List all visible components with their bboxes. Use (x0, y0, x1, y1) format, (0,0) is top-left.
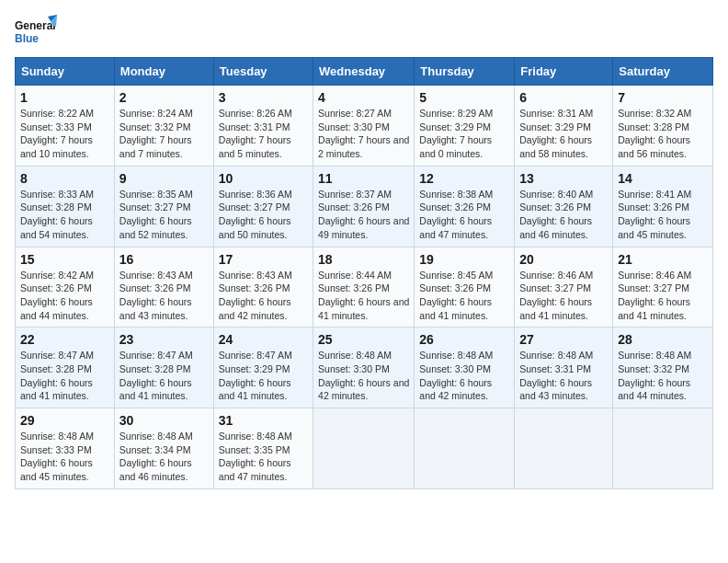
sunrise-label: Sunrise: 8:27 AM (318, 108, 392, 119)
day-number: 27 (519, 332, 608, 347)
calendar-cell: 31 Sunrise: 8:48 AM Sunset: 3:35 PM Dayl… (213, 408, 313, 489)
sunset-label: Sunset: 3:27 PM (219, 201, 290, 213)
sunset-label: Sunset: 3:32 PM (119, 121, 191, 132)
sunset-label: Sunset: 3:26 PM (618, 201, 689, 213)
sunrise-label: Sunrise: 8:48 AM (419, 350, 493, 361)
sunset-label: Sunset: 3:28 PM (119, 363, 191, 374)
sunset-label: Sunset: 3:26 PM (119, 282, 191, 293)
calendar-cell: 5 Sunrise: 8:29 AM Sunset: 3:29 PM Dayli… (415, 86, 515, 167)
sunrise-label: Sunrise: 8:48 AM (519, 350, 593, 361)
daylight-label: Daylight: 6 hours and 46 minutes. (119, 457, 192, 482)
daylight-label: Daylight: 6 hours and 54 minutes. (20, 215, 93, 240)
sunrise-label: Sunrise: 8:43 AM (219, 270, 292, 281)
daylight-label: Daylight: 6 hours and 47 minutes. (219, 457, 291, 482)
sunrise-label: Sunrise: 8:48 AM (119, 431, 193, 442)
day-info: Sunrise: 8:47 AM Sunset: 3:28 PM Dayligh… (20, 349, 109, 403)
calendar-cell: 24 Sunrise: 8:47 AM Sunset: 3:29 PM Dayl… (213, 327, 313, 408)
calendar-cell: 18 Sunrise: 8:44 AM Sunset: 3:26 PM Dayl… (313, 247, 415, 327)
sunrise-label: Sunrise: 8:48 AM (20, 431, 94, 442)
sunrise-label: Sunrise: 8:41 AM (618, 189, 691, 200)
calendar-cell: 29 Sunrise: 8:48 AM Sunset: 3:33 PM Dayl… (16, 408, 115, 489)
day-number: 9 (119, 171, 209, 186)
sunrise-label: Sunrise: 8:35 AM (119, 189, 193, 200)
sunset-label: Sunset: 3:30 PM (419, 363, 491, 374)
daylight-label: Daylight: 6 hours and 45 minutes. (20, 457, 93, 482)
sunrise-label: Sunrise: 8:42 AM (20, 270, 94, 281)
sunrise-label: Sunrise: 8:37 AM (318, 189, 392, 200)
svg-text:General: General (15, 19, 56, 32)
sunset-label: Sunset: 3:28 PM (618, 121, 689, 132)
day-number: 30 (119, 413, 209, 428)
sunrise-label: Sunrise: 8:24 AM (119, 108, 193, 119)
weekday-header-row: SundayMondayTuesdayWednesdayThursdayFrid… (16, 58, 713, 86)
day-number: 20 (519, 252, 608, 267)
calendar-week-row: 22 Sunrise: 8:47 AM Sunset: 3:28 PM Dayl… (16, 327, 713, 408)
calendar-cell: 1 Sunrise: 8:22 AM Sunset: 3:33 PM Dayli… (16, 86, 115, 167)
daylight-label: Daylight: 6 hours and 41 minutes. (419, 296, 492, 321)
daylight-label: Daylight: 6 hours and 50 minutes. (219, 215, 291, 240)
calendar-cell: 25 Sunrise: 8:48 AM Sunset: 3:30 PM Dayl… (313, 327, 415, 408)
day-number: 3 (219, 90, 308, 105)
calendar-cell: 23 Sunrise: 8:47 AM Sunset: 3:28 PM Dayl… (114, 327, 213, 408)
sunrise-label: Sunrise: 8:47 AM (20, 350, 94, 361)
daylight-label: Daylight: 6 hours and 47 minutes. (419, 215, 492, 240)
sunrise-label: Sunrise: 8:32 AM (618, 108, 691, 119)
sunset-label: Sunset: 3:26 PM (219, 282, 290, 293)
day-info: Sunrise: 8:26 AM Sunset: 3:31 PM Dayligh… (219, 107, 308, 161)
day-info: Sunrise: 8:48 AM Sunset: 3:34 PM Dayligh… (119, 430, 209, 484)
day-number: 26 (419, 332, 509, 347)
day-number: 10 (219, 171, 308, 186)
calendar-table: SundayMondayTuesdayWednesdayThursdayFrid… (15, 57, 713, 489)
daylight-label: Daylight: 7 hours and 10 minutes. (20, 134, 93, 159)
day-info: Sunrise: 8:43 AM Sunset: 3:26 PM Dayligh… (219, 269, 308, 323)
sunset-label: Sunset: 3:29 PM (419, 121, 491, 132)
sunrise-label: Sunrise: 8:48 AM (219, 431, 292, 442)
sunrise-label: Sunrise: 8:48 AM (318, 350, 392, 361)
calendar-cell (313, 408, 415, 489)
sunset-label: Sunset: 3:28 PM (20, 363, 92, 374)
calendar-cell (415, 408, 515, 489)
sunset-label: Sunset: 3:26 PM (318, 201, 390, 213)
daylight-label: Daylight: 6 hours and 58 minutes. (519, 134, 592, 159)
day-info: Sunrise: 8:40 AM Sunset: 3:26 PM Dayligh… (519, 188, 608, 242)
day-info: Sunrise: 8:48 AM Sunset: 3:35 PM Dayligh… (219, 430, 308, 484)
day-number: 18 (318, 252, 409, 267)
daylight-label: Daylight: 6 hours and 44 minutes. (618, 377, 690, 402)
calendar-cell: 13 Sunrise: 8:40 AM Sunset: 3:26 PM Dayl… (515, 166, 613, 247)
sunrise-label: Sunrise: 8:46 AM (618, 270, 691, 281)
day-info: Sunrise: 8:36 AM Sunset: 3:27 PM Dayligh… (219, 188, 308, 242)
sunrise-label: Sunrise: 8:47 AM (219, 350, 292, 361)
day-info: Sunrise: 8:32 AM Sunset: 3:28 PM Dayligh… (618, 107, 708, 161)
weekday-header: Tuesday (213, 58, 313, 86)
sunset-label: Sunset: 3:31 PM (219, 121, 290, 132)
calendar-cell: 20 Sunrise: 8:46 AM Sunset: 3:27 PM Dayl… (515, 247, 613, 327)
sunrise-label: Sunrise: 8:46 AM (519, 270, 593, 281)
day-info: Sunrise: 8:45 AM Sunset: 3:26 PM Dayligh… (419, 269, 509, 323)
day-info: Sunrise: 8:47 AM Sunset: 3:28 PM Dayligh… (119, 349, 209, 403)
sunset-label: Sunset: 3:26 PM (519, 201, 591, 213)
day-info: Sunrise: 8:37 AM Sunset: 3:26 PM Dayligh… (318, 188, 409, 242)
daylight-label: Daylight: 7 hours and 0 minutes. (419, 134, 492, 159)
logo: General Blue (15, 15, 61, 52)
sunrise-label: Sunrise: 8:22 AM (20, 108, 94, 119)
calendar-cell: 21 Sunrise: 8:46 AM Sunset: 3:27 PM Dayl… (613, 247, 713, 327)
day-number: 1 (20, 90, 109, 105)
daylight-label: Daylight: 6 hours and 43 minutes. (119, 296, 192, 321)
sunset-label: Sunset: 3:27 PM (618, 282, 689, 293)
sunset-label: Sunset: 3:35 PM (219, 444, 290, 455)
day-info: Sunrise: 8:48 AM Sunset: 3:33 PM Dayligh… (20, 430, 109, 484)
day-number: 21 (618, 252, 708, 267)
calendar-cell (613, 408, 713, 489)
sunrise-label: Sunrise: 8:47 AM (119, 350, 193, 361)
day-info: Sunrise: 8:48 AM Sunset: 3:30 PM Dayligh… (318, 349, 409, 403)
svg-text:Blue: Blue (15, 32, 39, 45)
sunset-label: Sunset: 3:27 PM (119, 201, 191, 213)
daylight-label: Daylight: 6 hours and 56 minutes. (618, 134, 690, 159)
day-info: Sunrise: 8:38 AM Sunset: 3:26 PM Dayligh… (419, 188, 509, 242)
daylight-label: Daylight: 6 hours and 41 minutes. (20, 377, 93, 402)
day-number: 16 (119, 252, 209, 267)
day-number: 17 (219, 252, 308, 267)
day-info: Sunrise: 8:48 AM Sunset: 3:30 PM Dayligh… (419, 349, 509, 403)
day-info: Sunrise: 8:35 AM Sunset: 3:27 PM Dayligh… (119, 188, 209, 242)
day-info: Sunrise: 8:46 AM Sunset: 3:27 PM Dayligh… (618, 269, 708, 323)
